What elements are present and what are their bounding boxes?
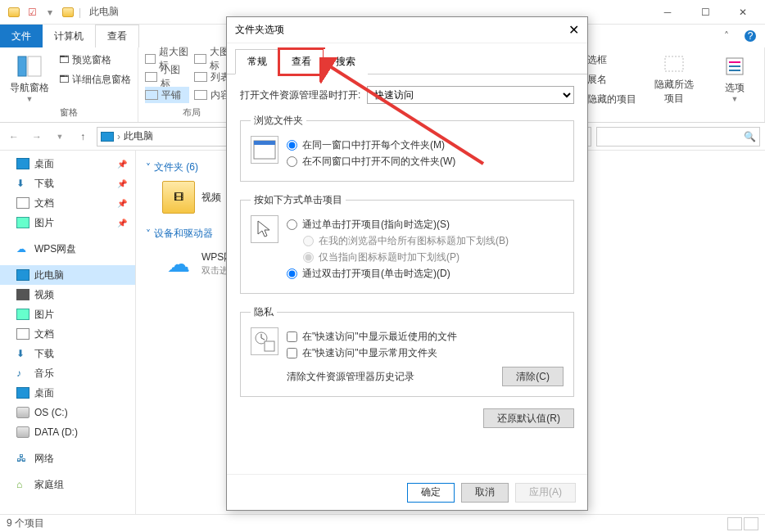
nav-data-d-label: DATA (D:) bbox=[34, 426, 78, 438]
svg-rect-10 bbox=[254, 141, 275, 145]
show-hidden[interactable]: 隐藏的项目 bbox=[587, 90, 636, 108]
dialog-close-button[interactable]: ✕ bbox=[568, 22, 579, 38]
radio-same-window[interactable] bbox=[287, 140, 297, 151]
opt-single-click[interactable]: 通过单击打开项目(指向时选定)(S) bbox=[287, 218, 509, 232]
nav-music[interactable]: ♪音乐 bbox=[0, 363, 135, 383]
window-controls: ─ ☐ ✕ bbox=[649, 0, 762, 25]
icons-view-button[interactable] bbox=[744, 517, 758, 530]
open-with-select[interactable]: 快速访问 bbox=[367, 86, 574, 104]
nav-this-pc[interactable]: 此电脑 bbox=[0, 265, 135, 285]
opt-frequent-folders[interactable]: 在"快速访问"中显示常用文件夹 bbox=[287, 346, 564, 360]
layout-small[interactable]: 小图标 bbox=[145, 69, 189, 85]
status-item-count: 9 个项目 bbox=[7, 516, 44, 530]
view-mode-buttons bbox=[727, 517, 758, 530]
radio-new-window[interactable] bbox=[287, 156, 297, 167]
qat-dropdown-icon[interactable]: ▾ bbox=[43, 5, 57, 20]
browse-folders-fieldset: 浏览文件夹 在同一窗口中打开每个文件夹(M) 在不同窗口中打开不同的文件夹(W) bbox=[240, 114, 574, 182]
maximize-button[interactable]: ☐ bbox=[686, 0, 724, 25]
clear-history-label: 清除文件资源管理器历史记录 bbox=[287, 370, 414, 384]
checkbox-frequent-folders[interactable] bbox=[287, 348, 297, 358]
opt-double-click-label: 通过双击打开项目(单击时选定)(D) bbox=[302, 267, 450, 281]
nav-homegroup[interactable]: ⌂家庭组 bbox=[0, 475, 135, 494]
preview-pane-button[interactable]: 🗔预览窗格 bbox=[59, 51, 131, 69]
tile-videos-label: 视频 bbox=[201, 191, 221, 205]
nav-pictures2[interactable]: 图片 bbox=[0, 304, 135, 324]
dialog-tab-search[interactable]: 搜索 bbox=[324, 49, 368, 74]
restore-defaults-button[interactable]: 还原默认值(R) bbox=[483, 408, 574, 428]
nav-wps-label: WPS网盘 bbox=[34, 242, 76, 256]
opt-underline-point-label: 仅当指向图标标题时加下划线(P) bbox=[319, 250, 459, 264]
nav-desktop2[interactable]: 桌面 bbox=[0, 383, 135, 403]
clear-history-button[interactable]: 清除(C) bbox=[502, 367, 564, 386]
apply-button[interactable]: 应用(A) bbox=[515, 483, 576, 503]
up-button[interactable]: ↑ bbox=[74, 128, 92, 146]
browse-folders-icon bbox=[251, 136, 278, 164]
svg-rect-2 bbox=[18, 56, 26, 76]
nav-os-c-label: OS (C:) bbox=[34, 407, 68, 418]
layout-group-label: 布局 bbox=[145, 105, 238, 119]
svg-rect-6 bbox=[729, 61, 740, 63]
devices-header-label: 设备和驱动器 bbox=[154, 227, 213, 241]
history-dropdown[interactable]: ▼ bbox=[51, 128, 69, 146]
properties-icon[interactable]: ☑ bbox=[25, 5, 39, 20]
hide-selected-button[interactable]: 隐藏所选项目 bbox=[651, 51, 697, 105]
dialog-tab-view[interactable]: 查看 bbox=[279, 49, 324, 74]
file-tab[interactable]: 文件 bbox=[0, 25, 43, 47]
radio-double-click[interactable] bbox=[287, 268, 297, 279]
opt-new-window[interactable]: 在不同窗口中打开不同的文件夹(W) bbox=[287, 155, 455, 169]
nav-os-c[interactable]: OS (C:) bbox=[0, 403, 135, 422]
nav-pictures[interactable]: 图片📌 bbox=[0, 213, 135, 232]
dialog-tabs: 常规 查看 搜索 bbox=[227, 43, 587, 74]
nav-desktop[interactable]: 桌面📌 bbox=[0, 154, 135, 174]
close-button[interactable]: ✕ bbox=[724, 0, 762, 25]
ok-button[interactable]: 确定 bbox=[407, 483, 455, 503]
nav-documents2[interactable]: 文档 bbox=[0, 324, 135, 344]
back-button[interactable]: ← bbox=[5, 128, 23, 146]
options-button[interactable]: 选项 ▼ bbox=[712, 51, 758, 105]
opt-same-window-label: 在同一窗口中打开每个文件夹(M) bbox=[302, 138, 445, 152]
ribbon-collapse-icon[interactable]: ˄ bbox=[713, 25, 740, 47]
nav-pictures2-label: 图片 bbox=[34, 308, 54, 322]
search-box[interactable]: 🔍 bbox=[596, 127, 760, 147]
forward-button[interactable]: → bbox=[28, 128, 46, 146]
nav-downloads[interactable]: ⬇下载📌 bbox=[0, 174, 135, 193]
nav-videos[interactable]: 视频 bbox=[0, 285, 135, 304]
preview-pane-icon: 🗔 bbox=[59, 54, 69, 65]
title-separator: | bbox=[79, 7, 81, 18]
hide-icon bbox=[661, 50, 687, 76]
privacy-legend: 隐私 bbox=[251, 305, 277, 319]
nav-pane-button[interactable]: 导航窗格 ▼ bbox=[7, 51, 52, 105]
wps-icon: ☁ bbox=[16, 243, 29, 255]
nav-documents[interactable]: 文档📌 bbox=[0, 193, 135, 213]
show-ext[interactable]: 展名 bbox=[587, 70, 636, 88]
computer-tab[interactable]: 计算机 bbox=[43, 25, 95, 47]
nav-this-pc-label: 此电脑 bbox=[34, 268, 64, 282]
layout-tiles[interactable]: 平铺 bbox=[145, 87, 189, 103]
opt-same-window[interactable]: 在同一窗口中打开每个文件夹(M) bbox=[287, 138, 455, 152]
dialog-titlebar: 文件夹选项 ✕ bbox=[227, 17, 587, 43]
radio-single-click[interactable] bbox=[287, 219, 297, 230]
opt-double-click[interactable]: 通过双击打开项目(单击时选定)(D) bbox=[287, 267, 509, 281]
cancel-button[interactable]: 取消 bbox=[461, 483, 509, 503]
opt-recent-files[interactable]: 在"快速访问"中显示最近使用的文件 bbox=[287, 330, 564, 344]
nav-network[interactable]: 🖧网络 bbox=[0, 449, 135, 468]
details-pane-button[interactable]: 🗔详细信息窗格 bbox=[59, 70, 131, 88]
explorer-icon bbox=[7, 5, 21, 20]
help-button[interactable]: ? bbox=[740, 25, 760, 47]
breadcrumb-sep: › bbox=[117, 131, 120, 142]
preview-pane-label: 预览窗格 bbox=[72, 53, 111, 67]
nav-downloads2[interactable]: ⬇下载 bbox=[0, 344, 135, 363]
breadcrumb-this-pc[interactable]: 此电脑 bbox=[124, 129, 153, 143]
nav-wps[interactable]: ☁WPS网盘 bbox=[0, 239, 135, 259]
checkbox-recent-files[interactable] bbox=[287, 331, 297, 342]
view-tab[interactable]: 查看 bbox=[95, 25, 139, 47]
pin-icon: 📌 bbox=[117, 160, 127, 169]
details-view-button[interactable] bbox=[727, 517, 742, 530]
dialog-tab-general[interactable]: 常规 bbox=[235, 49, 279, 74]
nav-data-d[interactable]: DATA (D:) bbox=[0, 422, 135, 442]
show-select-box[interactable]: 选框 bbox=[587, 51, 636, 69]
nav-pictures-label: 图片 bbox=[34, 216, 54, 230]
opt-single-click-label: 通过单击打开项目(指向时选定)(S) bbox=[302, 218, 450, 232]
nav-music-label: 音乐 bbox=[34, 367, 54, 381]
minimize-button[interactable]: ─ bbox=[649, 0, 686, 25]
